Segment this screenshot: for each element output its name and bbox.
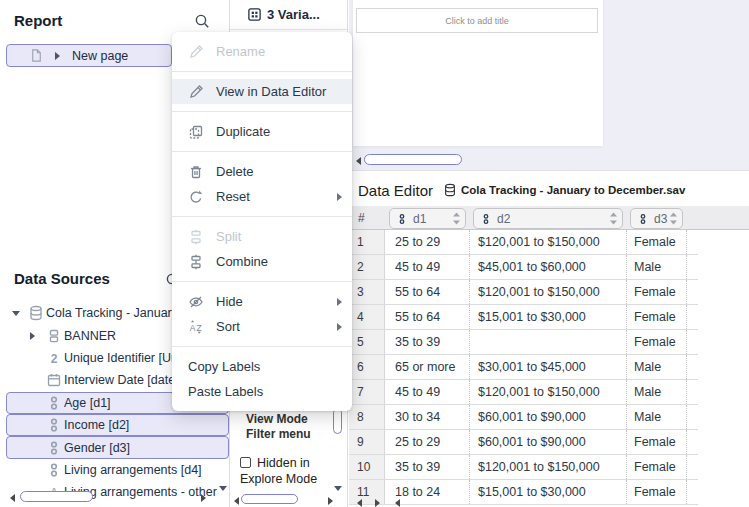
- horizontal-scrollbar-thumb[interactable]: [20, 491, 93, 502]
- cell-d1[interactable]: 35 to 39: [385, 455, 470, 479]
- svg-text:A: A: [190, 322, 196, 332]
- cell-d2[interactable]: $120,001 to $150,000: [470, 455, 627, 479]
- column-header-d3[interactable]: d3: [630, 208, 683, 229]
- scroll-left-arrow[interactable]: [234, 497, 239, 505]
- sort-arrows-icon[interactable]: [669, 212, 678, 225]
- tree-item[interactable]: Income [d2]: [6, 414, 229, 436]
- cell-d2[interactable]: $15,001 to $30,000: [470, 480, 627, 504]
- cell-d3[interactable]: Female: [627, 330, 687, 354]
- caret-right-icon[interactable]: [55, 52, 60, 60]
- menu-item[interactable]: Reset: [172, 184, 352, 209]
- cell-d2[interactable]: $45,001 to $60,000: [470, 255, 627, 279]
- cell-d3[interactable]: Male: [627, 355, 687, 379]
- column-header-d1[interactable]: d1: [389, 208, 466, 229]
- table-row: 8 30 to 34 $60,001 to $90,000 Male: [349, 405, 698, 430]
- data-file-name: Cola Tracking - January to December.sav: [461, 184, 685, 196]
- cell-d1[interactable]: 55 to 64: [385, 305, 470, 329]
- caret-right-icon[interactable]: [30, 332, 35, 340]
- row-number-cell[interactable]: 4: [349, 305, 385, 329]
- menu-item[interactable]: Rename: [172, 39, 352, 64]
- menu-item[interactable]: Split: [172, 224, 352, 249]
- cell-d1[interactable]: 45 to 49: [385, 255, 470, 279]
- title-placeholder-box[interactable]: Click to add title: [356, 8, 598, 33]
- cell-d1[interactable]: 30 to 34: [385, 405, 470, 429]
- cell-d3[interactable]: Female: [627, 230, 687, 254]
- cell-d3[interactable]: Male: [627, 380, 687, 404]
- cell-d1[interactable]: 35 to 39: [385, 330, 470, 354]
- calendar-icon: [46, 372, 62, 388]
- menu-item[interactable]: Duplicate: [172, 119, 352, 144]
- scroll-right-arrow[interactable]: [375, 499, 380, 507]
- menu-divider: [172, 111, 352, 112]
- horizontal-scrollbar-thumb[interactable]: [241, 494, 298, 504]
- scroll-left-arrow[interactable]: [10, 494, 15, 502]
- menu-item[interactable]: Paste Labels: [172, 379, 352, 404]
- page-list-item-new-page[interactable]: New page: [6, 44, 172, 67]
- menu-item[interactable]: Delete: [172, 159, 352, 184]
- tree-item[interactable]: Living arrangements [d4]: [6, 459, 229, 481]
- scroll-left-arrow[interactable]: [395, 499, 400, 507]
- hidden-in-explore-checkbox[interactable]: [240, 457, 251, 468]
- menu-item[interactable]: View in Data Editor: [172, 79, 352, 104]
- tab-item-label[interactable]: 3 Varia...: [267, 7, 320, 22]
- cell-d2[interactable]: $60,001 to $90,000: [470, 430, 627, 454]
- cell-d3[interactable]: Male: [627, 255, 687, 279]
- context-menu: Rename View in Data Editor Duplicate: [172, 32, 352, 411]
- cell-d3[interactable]: Female: [627, 430, 687, 454]
- caret-down-icon[interactable]: [12, 311, 20, 316]
- row-number-cell[interactable]: 5: [349, 330, 385, 354]
- variable-set-icon: [46, 328, 62, 344]
- row-number-cell[interactable]: 8: [349, 405, 385, 429]
- cell-d2[interactable]: $15,001 to $30,000: [470, 305, 627, 329]
- menu-divider: [172, 216, 352, 217]
- search-icon[interactable]: [194, 13, 210, 29]
- cell-d2[interactable]: [470, 330, 627, 354]
- vertical-scrollbar-thumb[interactable]: [333, 408, 342, 434]
- cell-d3[interactable]: Male: [627, 405, 687, 429]
- pencil-icon: [188, 44, 204, 60]
- categorical-icon: [46, 440, 62, 456]
- cell-d2[interactable]: $120,001 to $150,000: [470, 230, 627, 254]
- numeric-icon: 2: [46, 350, 62, 366]
- menu-item[interactable]: Hide: [172, 289, 352, 314]
- menu-item[interactable]: Combine: [172, 249, 352, 274]
- row-number-cell[interactable]: 2: [349, 255, 385, 279]
- cell-d1[interactable]: 55 to 64: [385, 280, 470, 304]
- row-number-cell[interactable]: 9: [349, 430, 385, 454]
- column-header-d2[interactable]: d2: [473, 208, 623, 229]
- sort-arrows-icon[interactable]: [452, 212, 461, 225]
- sort-arrows-icon[interactable]: [609, 212, 618, 225]
- menu-item[interactable]: Copy Labels: [172, 354, 352, 379]
- cell-d3[interactable]: Female: [627, 455, 687, 479]
- cell-d2[interactable]: $120,001 to $150,000: [470, 380, 627, 404]
- row-number-cell[interactable]: 1: [349, 230, 385, 254]
- menu-divider: [172, 281, 352, 282]
- data-editor-panel: Data Editor Cola Tracking - January to D…: [349, 170, 749, 507]
- cell-d2[interactable]: $60,001 to $90,000: [470, 405, 627, 429]
- row-number-cell[interactable]: 7: [349, 380, 385, 404]
- row-number-cell[interactable]: 3: [349, 280, 385, 304]
- table-row: 2 45 to 49 $45,001 to $60,000 Male: [349, 255, 698, 280]
- scroll-right-arrow[interactable]: [328, 497, 333, 505]
- row-number-cell[interactable]: 10: [349, 455, 385, 479]
- cell-d2[interactable]: $30,001 to $45,000: [470, 355, 627, 379]
- tree-item[interactable]: Gender [d3]: [6, 436, 229, 458]
- menu-item[interactable]: AZ Sort: [172, 314, 352, 339]
- scroll-left-arrow[interactable]: [356, 157, 361, 165]
- row-number-cell[interactable]: 6: [349, 355, 385, 379]
- scroll-left-arrow[interactable]: [357, 499, 362, 507]
- scroll-right-arrow[interactable]: [201, 494, 206, 502]
- duplicate-icon: [188, 124, 204, 140]
- cell-d1[interactable]: 45 to 49: [385, 380, 470, 404]
- cell-d3[interactable]: Female: [627, 280, 687, 304]
- cell-d1[interactable]: 65 or more: [385, 355, 470, 379]
- categorical-icon: [46, 417, 62, 433]
- chevron-down-icon[interactable]: [334, 486, 342, 491]
- cell-d2[interactable]: $120,001 to $150,000: [470, 280, 627, 304]
- cell-d3[interactable]: Female: [627, 305, 687, 329]
- cell-d1[interactable]: 25 to 29: [385, 430, 470, 454]
- cell-d1[interactable]: 25 to 29: [385, 230, 470, 254]
- chevron-down-icon[interactable]: [219, 486, 227, 491]
- horizontal-scrollbar-thumb[interactable]: [364, 154, 462, 165]
- cell-d3[interactable]: Female: [627, 480, 687, 504]
